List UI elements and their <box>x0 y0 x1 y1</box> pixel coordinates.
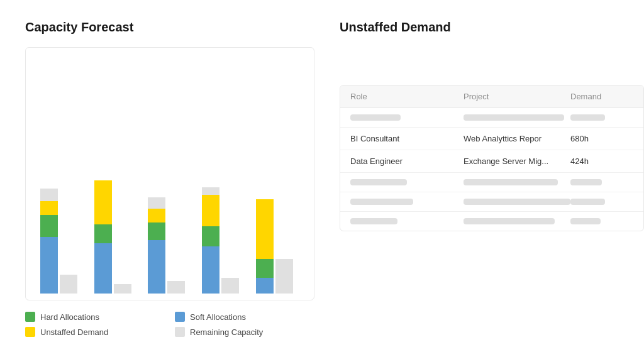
bar-segment-4-1-0 <box>275 259 293 294</box>
skeleton-role <box>350 179 464 185</box>
table-row: Data EngineerExchange Server Mig...424h <box>340 150 643 173</box>
table-row <box>340 173 643 192</box>
bar-segment-3-0-0 <box>202 187 219 195</box>
bar-segment-0-0-0 <box>40 189 58 201</box>
table-row: BI ConsultantWeb Analyttics Repor680h <box>340 128 643 150</box>
legend-label-2: Unstaffed Demand <box>40 327 108 337</box>
table-cell-role: Data Engineer <box>350 157 464 166</box>
skeleton-demand <box>570 179 633 185</box>
skeleton-role <box>350 218 464 224</box>
unstaffed-demand-panel: Unstaffed Demand RoleProjectDemand BI Co… <box>340 20 644 337</box>
bar-col-2-0 <box>148 197 165 294</box>
bar-segment-4-0-0 <box>256 199 274 259</box>
skeleton-project <box>464 218 570 224</box>
bar-segment-2-0-1 <box>148 209 165 222</box>
bar-col-4-1 <box>275 259 293 294</box>
bar-col-3-0 <box>202 187 219 294</box>
bar-group-2 <box>148 197 185 294</box>
table-header-cell-0: Role <box>350 92 464 101</box>
table-cell-demand: 680h <box>570 134 633 143</box>
bar-segment-3-0-1 <box>202 195 219 226</box>
table-cell-project: Exchange Server Mig... <box>464 157 570 166</box>
bar-segment-1-0-0 <box>94 180 112 224</box>
bar-segment-4-0-2 <box>256 278 274 294</box>
legend-swatch-1 <box>175 312 185 322</box>
legend-item-3: Remaining Capacity <box>175 327 314 337</box>
legend-label-0: Hard Allocations <box>40 312 99 322</box>
legend-item-1: Soft Allocations <box>175 312 314 322</box>
bar-segment-1-0-2 <box>94 243 112 294</box>
skeleton-project <box>464 179 570 185</box>
table-cell-demand: 424h <box>570 157 633 166</box>
legend-swatch-3 <box>175 327 185 337</box>
bar-col-0-0 <box>40 189 58 294</box>
bar-segment-3-0-2 <box>202 226 219 246</box>
skeleton-project <box>464 199 570 205</box>
bar-group-4 <box>256 199 293 294</box>
legend-label-3: Remaining Capacity <box>190 327 263 337</box>
bar-col-1-0 <box>94 180 112 294</box>
bar-segment-1-1-0 <box>114 284 131 294</box>
table-row <box>340 192 643 212</box>
bar-col-0-1 <box>60 275 77 294</box>
capacity-chart <box>25 47 314 300</box>
table-row <box>340 108 643 128</box>
bar-col-1-1 <box>114 284 131 294</box>
legend-item-2: Unstaffed Demand <box>25 327 165 337</box>
bar-segment-0-1-0 <box>60 275 77 294</box>
skeleton-role <box>350 199 464 205</box>
bar-segment-0-0-1 <box>40 201 58 215</box>
table-header-row: RoleProjectDemand <box>340 85 643 108</box>
bar-segment-0-0-3 <box>40 237 58 294</box>
bar-col-3-1 <box>221 278 239 294</box>
bar-segment-2-0-2 <box>148 222 165 240</box>
legend-item-0: Hard Allocations <box>25 312 165 322</box>
bar-segment-3-1-0 <box>221 278 239 294</box>
skeleton-demand <box>570 218 633 224</box>
bar-group-3 <box>202 187 239 294</box>
table-row <box>340 212 643 231</box>
table-cell-role: BI Consultant <box>350 134 464 143</box>
table-cell-project: Web Analyttics Repor <box>464 134 570 143</box>
unstaffed-demand-title: Unstaffed Demand <box>340 20 644 35</box>
capacity-forecast-panel: Capacity Forecast Hard AllocationsSoft A… <box>25 20 314 337</box>
legend-swatch-0 <box>25 312 35 322</box>
bar-segment-4-0-1 <box>256 259 274 278</box>
bar-segment-2-0-3 <box>148 240 165 294</box>
bar-segment-1-0-1 <box>94 224 112 243</box>
skeleton-demand <box>570 114 633 121</box>
bar-segment-0-0-2 <box>40 215 58 237</box>
bar-group-0 <box>40 189 77 294</box>
bar-segment-3-0-3 <box>202 246 219 294</box>
skeleton-role <box>350 114 464 121</box>
bar-col-2-1 <box>167 281 185 294</box>
skeleton-demand <box>570 199 633 205</box>
chart-legend: Hard AllocationsSoft AllocationsUnstaffe… <box>25 312 314 337</box>
bar-segment-2-0-0 <box>148 197 165 209</box>
legend-label-1: Soft Allocations <box>190 312 246 322</box>
table-header-cell-1: Project <box>464 92 570 101</box>
capacity-forecast-title: Capacity Forecast <box>25 20 314 35</box>
table-header-cell-2: Demand <box>570 92 633 101</box>
bar-segment-2-1-0 <box>167 281 185 294</box>
skeleton-project <box>464 114 570 121</box>
bar-group-1 <box>94 180 131 294</box>
bar-col-4-0 <box>256 199 274 294</box>
demand-table: RoleProjectDemand BI ConsultantWeb Analy… <box>340 85 644 231</box>
legend-swatch-2 <box>25 327 35 337</box>
